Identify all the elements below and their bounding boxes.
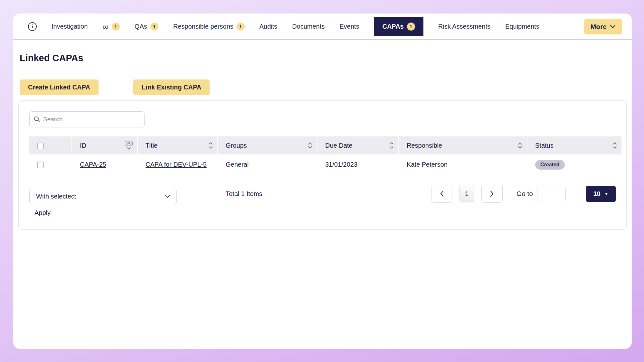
sort-asc-icon[interactable]	[518, 142, 522, 145]
sort-control	[518, 142, 522, 149]
sort-asc-icon[interactable]	[208, 142, 213, 145]
more-label: More	[591, 23, 607, 31]
with-selected-label: With selected:	[36, 193, 77, 200]
info-icon[interactable]: i	[28, 22, 37, 31]
sort-desc-icon[interactable]	[127, 147, 131, 150]
sort-asc-icon[interactable]	[389, 142, 394, 145]
column-header-responsible: Responsible	[399, 136, 527, 154]
next-page-button[interactable]	[481, 185, 503, 203]
sort-control	[612, 142, 617, 149]
cell-groups: General	[218, 154, 317, 175]
select-all-header-cell	[29, 136, 72, 154]
tab-linked-items[interactable]: ∞ 1	[102, 17, 120, 36]
page-title: Linked CAPAs	[20, 53, 627, 63]
tab-bar: i Investigation ∞ 1 QAs 1 Responsible pe…	[13, 14, 632, 40]
sort-desc-icon[interactable]	[208, 146, 213, 149]
tab-responsible-persons[interactable]: Responsible persons 1	[173, 17, 245, 36]
cell-responsible: Kate Peterson	[399, 154, 527, 175]
tab-qas[interactable]: QAs 1	[135, 17, 158, 36]
column-header-status: Status	[527, 136, 621, 154]
tab-audits[interactable]: Audits	[260, 17, 278, 36]
chevron-left-icon	[440, 190, 444, 197]
tab-label: QAs	[135, 23, 147, 30]
go-to-page-input[interactable]	[537, 187, 566, 201]
go-to-label: Go to	[516, 190, 533, 198]
column-label: Title	[146, 142, 157, 149]
main-card: i Investigation ∞ 1 QAs 1 Responsible pe…	[13, 14, 632, 349]
cell-id: CAPA-25	[72, 154, 138, 175]
capa-title-link[interactable]: CAPA for DEV-UPL-5	[146, 161, 207, 168]
cell-title: CAPA for DEV-UPL-5	[138, 154, 218, 175]
cell-select	[29, 154, 72, 175]
search-input[interactable]	[29, 111, 145, 127]
column-header-groups: Groups	[218, 136, 317, 154]
table-row: CAPA-25 CAPA for DEV-UPL-5 General 31/01…	[29, 154, 621, 175]
action-buttons: Create Linked CAPA Link Existing CAPA	[20, 79, 627, 95]
column-label: Responsible	[407, 142, 442, 149]
sort-control	[389, 142, 394, 149]
sort-desc-icon[interactable]	[612, 146, 617, 149]
with-selected-dropdown[interactable]: With selected:	[29, 189, 177, 204]
column-header-due-date: Due Date	[317, 136, 399, 154]
sort-desc-icon[interactable]	[389, 146, 394, 149]
previous-page-button[interactable]	[431, 185, 452, 203]
column-header-id: ID	[72, 136, 138, 154]
tab-label: Events	[339, 23, 359, 30]
sort-desc-icon[interactable]	[518, 146, 522, 149]
tab-label: Investigation	[52, 23, 88, 30]
table-header-row: ID Title	[29, 136, 621, 154]
chevron-right-icon	[490, 190, 494, 197]
count-badge: 1	[112, 23, 120, 31]
status-badge: Created	[535, 160, 565, 170]
infinity-icon: ∞	[102, 23, 109, 31]
column-label: ID	[80, 142, 86, 149]
tab-equipments[interactable]: Equipments	[505, 17, 539, 36]
sort-desc-icon[interactable]	[308, 146, 312, 149]
tab-label: Responsible persons	[173, 23, 233, 30]
column-label: Due Date	[325, 142, 353, 149]
capa-table-panel: ID Title	[18, 100, 627, 230]
tab-label: CAPAs	[382, 23, 403, 30]
tab-documents[interactable]: Documents	[292, 17, 325, 36]
page-size-dropdown[interactable]: 10 ▼	[586, 186, 616, 202]
tab-label: Risk Assessments	[438, 23, 490, 30]
sort-control	[125, 141, 133, 150]
page-content: Linked CAPAs Create Linked CAPA Link Exi…	[13, 53, 632, 230]
sort-asc-icon[interactable]	[125, 141, 133, 146]
sort-asc-icon[interactable]	[612, 142, 617, 145]
tab-events[interactable]: Events	[339, 17, 359, 36]
tab-label: Documents	[292, 23, 325, 30]
total-items-label: Total 1 Items	[226, 185, 262, 203]
cell-status: Created	[527, 154, 621, 175]
bulk-action-area: With selected: Apply	[29, 185, 177, 217]
tab-label: Audits	[260, 23, 278, 30]
count-badge: 1	[237, 23, 245, 31]
row-checkbox[interactable]	[37, 162, 44, 168]
tab-capas[interactable]: CAPAs 1	[374, 17, 423, 36]
column-label: Status	[535, 142, 554, 149]
chevron-down-icon	[610, 25, 616, 28]
search-icon	[33, 116, 41, 123]
more-button[interactable]: More	[584, 19, 622, 34]
linked-capas-table: ID Title	[29, 136, 621, 175]
column-label: Groups	[226, 142, 247, 149]
tab-investigation[interactable]: Investigation	[52, 17, 88, 36]
page-number-button[interactable]: 1	[459, 185, 474, 202]
link-existing-capa-button[interactable]: Link Existing CAPA	[133, 79, 210, 95]
sort-control	[208, 142, 213, 149]
triangle-down-icon: ▼	[604, 192, 609, 196]
sort-asc-icon[interactable]	[308, 142, 312, 145]
select-all-checkbox[interactable]	[37, 143, 44, 149]
column-header-title: Title	[138, 136, 218, 154]
tab-risk-assessments[interactable]: Risk Assessments	[438, 17, 490, 36]
page-size-value: 10	[593, 190, 600, 198]
apply-button[interactable]: Apply	[34, 209, 177, 217]
capa-id-link[interactable]: CAPA-25	[80, 161, 106, 168]
cell-due-date: 31/01/2023	[317, 154, 399, 175]
create-linked-capa-button[interactable]: Create Linked CAPA	[20, 79, 99, 95]
tab-label: Equipments	[505, 23, 539, 30]
search-box	[29, 111, 145, 127]
chevron-down-icon	[165, 195, 170, 198]
table-footer: With selected: Apply Total 1 Items 1	[29, 185, 616, 217]
count-badge: 1	[150, 23, 158, 31]
